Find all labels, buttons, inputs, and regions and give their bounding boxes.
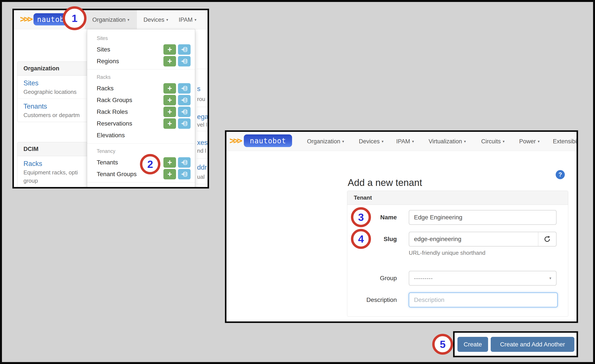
name-input[interactable] <box>409 210 557 225</box>
database-import-icon <box>181 171 188 177</box>
caret-down-icon: ▾ <box>342 139 344 144</box>
nav-item-power[interactable]: Power▾ <box>517 132 542 151</box>
divider <box>87 143 195 144</box>
import-button[interactable] <box>178 83 191 94</box>
nav-item-devices[interactable]: Devices ▾ <box>142 10 170 29</box>
dropdown-item-sites[interactable]: Sites + <box>87 44 195 55</box>
add-button[interactable]: + <box>163 44 176 55</box>
dropdown-item-elevations[interactable]: Elevations <box>87 129 195 141</box>
dropdown-section-sites: Sites <box>87 33 195 44</box>
nav-item-ipam[interactable]: IPAM ▾ <box>174 10 201 29</box>
database-import-icon <box>181 47 188 52</box>
help-button[interactable]: ? <box>556 170 565 179</box>
dropdown-section-racks: Racks <box>87 72 195 83</box>
import-button[interactable] <box>178 56 191 66</box>
group-select[interactable]: --------- ▾ <box>409 271 557 286</box>
callout-5: 5 <box>432 334 453 355</box>
add-button[interactable]: + <box>163 107 176 117</box>
divider <box>197 69 208 69</box>
caret-down-icon: ▾ <box>382 139 383 144</box>
divider <box>87 182 195 182</box>
plus-icon: + <box>167 120 172 127</box>
description-label: Description <box>354 293 397 307</box>
database-import-icon <box>181 97 188 103</box>
add-button[interactable]: + <box>163 56 176 66</box>
page-title: Add a new tenant <box>348 177 422 188</box>
refresh-icon <box>544 235 551 243</box>
dropdown-item-reservations[interactable]: Reservations + <box>87 118 195 129</box>
plus-icon: + <box>167 57 172 65</box>
screenshot-nautobot-home: >>> nautobot Organization ▾ Devices ▾ IP… <box>12 9 209 189</box>
import-button[interactable] <box>178 95 191 105</box>
caret-down-icon: ▾ <box>166 18 168 22</box>
group-label: Group <box>354 271 397 286</box>
clipped-text-fragment: nd l <box>197 147 206 154</box>
clipped-link-fragment: ddr <box>197 164 207 171</box>
question-icon: ? <box>559 171 562 178</box>
nautobot-logo[interactable]: nautobot <box>244 134 292 147</box>
create-and-add-another-button[interactable]: Create and Add Another <box>491 337 574 352</box>
nav-item-ipam[interactable]: IPAM▾ <box>394 132 416 151</box>
divider <box>197 184 208 184</box>
nav-item-extensibility[interactable]: Extensibi <box>553 132 578 151</box>
logo-chevrons-icon: >>> <box>20 14 31 24</box>
add-button[interactable]: + <box>163 83 176 94</box>
plus-icon: + <box>167 46 172 53</box>
plus-icon: + <box>167 159 172 166</box>
dropdown-item-regions[interactable]: Regions + <box>87 55 195 67</box>
nav-item-virtualization[interactable]: Virtualization▾ <box>426 132 468 151</box>
nav-item-organization[interactable]: Organization ▾ <box>85 10 137 29</box>
slug-helper-text: URL-friendly unique shorthand <box>409 250 485 256</box>
slug-input[interactable] <box>409 232 538 246</box>
regenerate-slug-button[interactable] <box>538 232 557 246</box>
description-input[interactable] <box>409 293 558 307</box>
tenant-form-card: Tenant Name Slug URL-friendly unique sho… <box>347 191 568 317</box>
clipped-text-fragment: rou <box>197 96 205 103</box>
add-button[interactable]: + <box>163 169 176 179</box>
plus-icon: + <box>167 84 172 92</box>
callout-4: 4 <box>351 229 371 249</box>
dropdown-item-racks[interactable]: Racks + <box>87 83 195 94</box>
slug-field-group <box>409 232 557 246</box>
add-button[interactable]: + <box>163 95 176 105</box>
caret-down-icon: ▾ <box>194 18 197 22</box>
plus-icon: + <box>167 96 172 104</box>
callout-1: 1 <box>63 6 86 30</box>
import-button[interactable] <box>178 169 191 179</box>
nav-item-devices[interactable]: Devices▾ <box>357 132 385 151</box>
create-button[interactable]: Create <box>457 337 488 352</box>
dropdown-item-tenant-groups[interactable]: Tenant Groups + <box>87 168 195 180</box>
dropdown-item-rack-roles[interactable]: Rack Roles + <box>87 106 195 118</box>
caret-down-icon: ▾ <box>412 139 414 144</box>
add-button[interactable]: + <box>163 157 176 168</box>
caret-down-icon: ▾ <box>464 139 466 144</box>
nav-item-circuits[interactable]: Circuits▾ <box>479 132 507 151</box>
logo-chevrons-icon: >>> <box>229 135 241 146</box>
import-button[interactable] <box>178 107 191 117</box>
import-button[interactable] <box>178 44 191 55</box>
caret-down-icon: ▾ <box>503 139 505 144</box>
database-import-icon <box>181 121 188 126</box>
import-button[interactable] <box>178 118 191 129</box>
plus-icon: + <box>167 108 172 116</box>
nav-item-organization[interactable]: Organization▾ <box>304 132 347 151</box>
clipped-text-fragment: vel l <box>197 121 207 128</box>
clipped-link-fragment: xes <box>197 139 207 147</box>
caret-down-icon: ▾ <box>549 276 551 280</box>
import-button[interactable] <box>178 157 191 168</box>
add-button[interactable]: + <box>163 118 176 129</box>
database-import-icon <box>181 109 188 115</box>
nav-bar: >>> nautobot Organization ▾ Devices ▾ IP… <box>14 10 207 29</box>
card-header: Tenant <box>347 191 568 205</box>
caret-down-icon: ▾ <box>538 139 540 144</box>
database-import-icon <box>181 58 188 64</box>
callout-2: 2 <box>140 154 160 175</box>
caret-down-icon: ▾ <box>128 18 129 22</box>
nav-bar: >>> nautobot Organization▾ Devices▾ IPAM… <box>227 132 577 151</box>
divider <box>87 69 195 70</box>
dropdown-item-rack-groups[interactable]: Rack Groups + <box>87 94 195 106</box>
clipped-link-fragment: s <box>197 85 201 93</box>
database-import-icon <box>181 86 188 91</box>
divider <box>197 107 208 107</box>
dropdown-section-tenancy: Tenancy <box>87 146 195 157</box>
